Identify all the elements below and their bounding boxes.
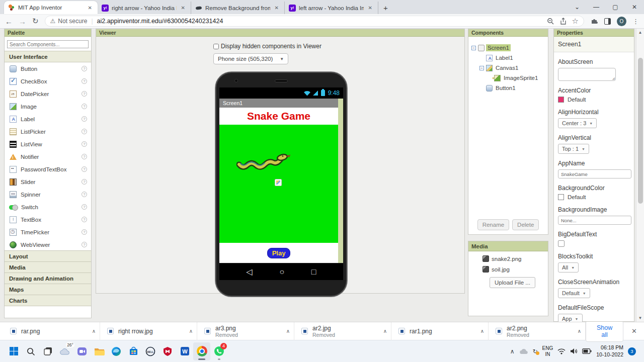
app-title-label[interactable]: Snake Game (219, 108, 338, 125)
microsoft-store-icon[interactable] (125, 342, 142, 360)
sync-icon[interactable]: ↻ (533, 348, 538, 355)
help-icon[interactable]: ? (82, 154, 87, 159)
image-sprite-placeholder[interactable] (275, 179, 282, 186)
tray-chevron-icon[interactable]: ∧ (510, 348, 515, 355)
help-icon[interactable]: ? (82, 129, 87, 134)
tab-search-icon[interactable]: ⌄ (568, 0, 587, 14)
window-minimize-button[interactable]: — (587, 0, 606, 14)
tree-item-button1[interactable]: Button1 (468, 83, 548, 93)
property-dropdown-blockstoolkit[interactable]: All▼ (558, 262, 579, 273)
property-dropdown-closescreenanimation[interactable]: Default▼ (558, 288, 590, 298)
start-button[interactable] (5, 342, 22, 360)
scroll-up-arrow[interactable]: ▲ (636, 30, 644, 35)
download-item[interactable]: ar3.pngRemoved∧ (197, 322, 294, 340)
profile-avatar[interactable]: O (617, 17, 626, 26)
volume-icon[interactable] (570, 348, 578, 354)
download-item[interactable]: rar1.png∧ (391, 322, 489, 340)
edge-icon[interactable] (108, 342, 125, 360)
file-explorer-icon[interactable] (91, 342, 108, 360)
display-hidden-components-checkbox[interactable] (213, 44, 219, 49)
snake-sprite[interactable] (236, 149, 291, 170)
mcafee-icon[interactable] (159, 342, 176, 360)
property-dropdown-alignhorizontal[interactable]: Center : 3▼ (558, 118, 597, 128)
tree-item-canvas1[interactable]: −Canvas1 (468, 63, 548, 73)
downloads-bar-close-icon[interactable]: ✕ (631, 327, 637, 335)
tray-battery-icon[interactable] (582, 348, 592, 354)
palette-item-spinner[interactable]: Spinner? (5, 188, 91, 201)
scrollbar-thumb[interactable] (638, 58, 643, 204)
help-icon[interactable]: ? (82, 217, 87, 222)
language-indicator[interactable]: ENG IN (542, 345, 553, 357)
palette-section-charts[interactable]: Charts (5, 295, 91, 306)
weather-widget[interactable]: 26° (56, 342, 73, 360)
palette-section-drawing-and-animation[interactable]: Drawing and Animation (5, 273, 91, 284)
property-input-backgroundimage[interactable] (558, 216, 631, 225)
palette-item-datepicker[interactable]: DatePicker? (5, 87, 91, 100)
property-color-accentcolor[interactable]: Default (558, 97, 630, 103)
browser-tab[interactable]: Remove Background from Image✕ (191, 2, 285, 14)
dell-app-icon[interactable]: DELL (142, 342, 159, 360)
chevron-up-icon[interactable]: ∧ (189, 328, 193, 334)
media-file[interactable]: soil.jpg (482, 266, 548, 273)
tab-close-icon[interactable]: ✕ (273, 5, 280, 11)
chevron-up-icon[interactable]: ∧ (92, 328, 96, 334)
url-text[interactable]: ai2.appinventor.mit.edu/#630005424023142… (97, 18, 223, 25)
help-icon[interactable]: ? (82, 141, 87, 147)
browser-tab[interactable]: y!right arrow - Yahoo India Image S✕ (98, 2, 191, 14)
palette-item-listpicker[interactable]: ListPicker? (5, 125, 91, 138)
tab-close-icon[interactable]: ✕ (87, 5, 94, 11)
palette-item-textbox[interactable]: TextBox? (5, 213, 91, 226)
tree-item-screen1[interactable]: −Screen1 (468, 43, 548, 53)
play-button[interactable]: Play (267, 248, 291, 258)
tree-expander-icon[interactable]: − (479, 66, 484, 70)
delete-button[interactable]: Delete (512, 219, 539, 230)
palette-section-layout[interactable]: Layout (5, 250, 91, 262)
browser-tab[interactable]: MIT App Inventor✕ (4, 1, 98, 14)
download-item[interactable]: ar2.pngRemoved∧ (489, 322, 586, 340)
palette-section-maps[interactable]: Maps (5, 284, 91, 295)
reload-icon[interactable]: ↻ (32, 17, 39, 26)
bookmark-star-icon[interactable]: ☆ (572, 17, 579, 26)
palette-item-button[interactable]: Button? (5, 62, 91, 75)
forward-icon[interactable]: → (19, 17, 26, 26)
chevron-up-icon[interactable]: ∧ (480, 328, 484, 334)
property-color-backgroundcolor[interactable]: Default (558, 194, 630, 200)
tree-expander-icon[interactable]: − (471, 46, 476, 50)
help-icon[interactable]: ? (82, 192, 87, 197)
property-textarea-aboutscreen[interactable] (558, 68, 616, 81)
chrome-icon[interactable] (193, 342, 210, 360)
chevron-up-icon[interactable]: ∧ (578, 328, 581, 334)
teams-chat-icon[interactable] (73, 342, 91, 360)
palette-item-checkbox[interactable]: CheckBox? (5, 75, 91, 87)
task-view-icon[interactable] (39, 342, 56, 360)
property-dropdown-defaultfilescope[interactable]: App▼ (558, 314, 583, 322)
tree-item-label1[interactable]: Label1 (468, 53, 548, 63)
phone-size-dropdown[interactable]: Phone size (505,320) ▼ (213, 53, 288, 64)
clock[interactable]: 06:18 PM 10-10-2022 (596, 344, 623, 358)
help-icon[interactable]: ? (82, 204, 87, 210)
help-icon[interactable]: ? (82, 179, 87, 185)
side-panel-icon[interactable] (604, 18, 611, 25)
taskbar-search-icon[interactable] (22, 342, 39, 360)
nav-home-icon[interactable]: ○ (279, 267, 284, 277)
help-icon[interactable]: ? (82, 104, 87, 109)
back-icon[interactable]: ← (5, 17, 13, 26)
scroll-down-arrow[interactable]: ▼ (636, 316, 644, 320)
nav-recents-icon[interactable]: □ (311, 267, 316, 277)
download-item[interactable]: right rrow.jpg∧ (100, 322, 197, 340)
browser-menu-icon[interactable]: ⋮ (632, 18, 639, 25)
tab-close-icon[interactable]: ✕ (180, 5, 187, 11)
palette-item-passwordtextbox[interactable]: PasswordTextBox? (5, 163, 91, 175)
download-item[interactable]: ar2.jpgRemoved∧ (294, 322, 391, 340)
not-secure-warning[interactable]: ⚠ Not secure (50, 18, 88, 25)
palette-section-media[interactable]: Media (5, 261, 91, 273)
new-tab-button[interactable]: + (383, 4, 388, 12)
palette-section-user-interface[interactable]: User Interface (5, 51, 91, 62)
property-checkbox-bigdefaulttext[interactable] (558, 240, 565, 247)
notification-badge[interactable]: 3 (628, 347, 636, 355)
palette-item-image[interactable]: Image? (5, 100, 91, 113)
chevron-up-icon[interactable]: ∧ (286, 328, 290, 334)
palette-item-listview[interactable]: ListView? (5, 138, 91, 150)
tab-close-icon[interactable]: ✕ (367, 5, 374, 11)
upload-file-button[interactable]: Upload File ... (490, 277, 535, 288)
